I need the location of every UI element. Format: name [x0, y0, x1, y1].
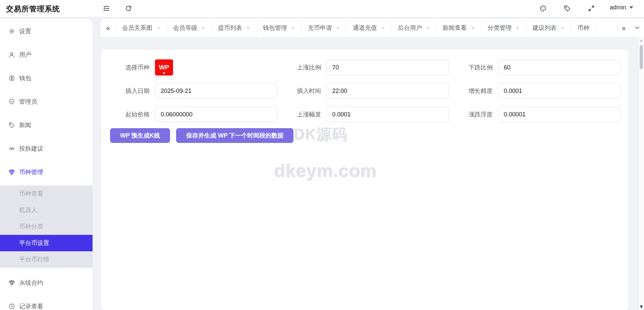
collapse-sidebar-icon[interactable]: [103, 5, 110, 12]
growth-precision-input[interactable]: [498, 83, 621, 99]
start-price-field: 起始价格: [121, 106, 277, 122]
rise-amplitude-field: 上涨幅度: [293, 106, 449, 122]
sidebar-item-records[interactable]: 记录查看: [0, 299, 93, 310]
tab-wallet-management[interactable]: 钱包管理×: [257, 19, 302, 37]
app-title: 交易所管理系统: [6, 4, 60, 14]
tab-member-level[interactable]: 会员等级×: [167, 19, 212, 37]
sidebar-item-perpetual-contract[interactable]: 永续合约: [0, 275, 93, 290]
tab-channel-recharge[interactable]: 通道充值×: [346, 19, 391, 37]
submenu-item-coin-category[interactable]: 币种分类: [0, 218, 93, 235]
tab-deposit-apply[interactable]: 充币申请×: [302, 19, 346, 37]
sidebar-item-news[interactable]: 新闻: [0, 118, 93, 133]
tab-withdraw-list[interactable]: 提币列表×: [212, 19, 257, 37]
coin-select-field: 选择币种 WP: [121, 59, 277, 75]
fall-ratio-input[interactable]: [498, 60, 621, 75]
sidebar-item-users[interactable]: 用户: [0, 47, 93, 62]
username: admin: [610, 4, 626, 11]
save-generate-next-period-button[interactable]: 保存并生成 WP 下一个时间段的数据: [176, 128, 294, 143]
close-icon[interactable]: ×: [247, 25, 250, 31]
scrollbar-thumb[interactable]: [640, 45, 643, 69]
tag-icon[interactable]: [564, 5, 571, 12]
form-actions: WP 预生成K线 保存并生成 WP 下一个时间段的数据: [110, 128, 293, 143]
user-menu[interactable]: admin: [610, 4, 633, 11]
close-icon[interactable]: ×: [471, 25, 475, 31]
pregenerate-kline-button[interactable]: WP 预生成K线: [110, 128, 170, 143]
sidebar-item-settings[interactable]: 设置: [0, 24, 93, 39]
refresh-icon[interactable]: [125, 5, 132, 12]
sidebar-item-suggestions[interactable]: 投拆建议: [0, 141, 93, 156]
clock-icon: [8, 303, 15, 310]
gem-icon: [8, 279, 15, 286]
tabs-dropdown-icon[interactable]: [630, 19, 644, 37]
theme-palette-icon[interactable]: [539, 5, 547, 12]
coin-management-submenu: 币种查看 机器人 币种分类 平台币设置 平台币行情: [0, 186, 93, 268]
close-icon[interactable]: ×: [157, 25, 160, 31]
fullscreen-icon[interactable]: [588, 5, 595, 12]
sidebar-item-coin-management[interactable]: 币种管理: [0, 165, 93, 179]
fluctuation-input[interactable]: [498, 107, 621, 122]
insert-date-input[interactable]: [155, 83, 277, 99]
sidebar-item-wallet[interactable]: 钱包: [0, 71, 93, 86]
close-icon[interactable]: ×: [336, 25, 340, 31]
tab-backend-users[interactable]: 后台用户×: [391, 19, 436, 37]
tab-bar: « 会员关系图× 会员等级× 提币列表× 钱包管理× 充币申请× 通道充值× 后…: [101, 19, 644, 37]
submenu-item-robot[interactable]: 机器人: [0, 202, 93, 218]
watermark-dk: DK源码: [294, 125, 348, 145]
sidebar: 设置 用户 钱包 管理员 新闻 投拆建议 币种管理: [0, 19, 93, 310]
field-label: 选择币种: [121, 63, 150, 71]
insert-date-field: 插入日期: [121, 83, 277, 99]
close-icon[interactable]: ×: [381, 25, 385, 31]
close-icon[interactable]: ×: [426, 25, 430, 31]
tab-coin[interactable]: 币种: [571, 19, 596, 37]
growth-precision-field: 增长精度: [465, 83, 621, 99]
watermark-dkeym: dkeym.com: [274, 160, 377, 181]
dollar-circle-icon: [8, 75, 15, 82]
rise-ratio-field: 上涨比例: [293, 59, 449, 75]
close-icon[interactable]: ×: [202, 25, 205, 31]
submenu-item-platform-coin-market[interactable]: 平台币行情: [0, 251, 93, 268]
rise-amplitude-input[interactable]: [326, 107, 449, 122]
tabs-strip: 会员关系图× 会员等级× 提币列表× 钱包管理× 充币申请× 通道充值× 后台用…: [116, 19, 617, 37]
coin-badge-wp[interactable]: WP: [155, 59, 173, 75]
link-icon: [8, 145, 15, 152]
badge-dot: [163, 72, 165, 74]
user-icon: [8, 51, 15, 58]
rise-ratio-input[interactable]: [326, 60, 449, 75]
scroll-up-arrow-icon[interactable]: ▲: [639, 38, 644, 42]
fall-ratio-field: 下跌比例: [465, 59, 621, 75]
vertical-scrollbar[interactable]: ▲ ▼: [638, 37, 644, 310]
insert-time-field: 插入时间: [293, 83, 449, 99]
gear-icon: [8, 28, 15, 35]
close-icon[interactable]: ×: [291, 25, 295, 31]
tab-suggestion-list[interactable]: 建议列表×: [526, 19, 571, 37]
tabs-scroll-right-icon[interactable]: »: [617, 19, 630, 37]
platform-coin-settings-panel: 选择币种 WP 上涨比例 下跌比例 插入日期 插入时间 增长精度: [101, 50, 628, 310]
sidebar-item-admins[interactable]: 管理员: [0, 94, 93, 109]
insert-time-input[interactable]: [326, 83, 449, 99]
scroll-down-arrow-icon[interactable]: ▼: [639, 304, 644, 309]
tab-category-management[interactable]: 分类管理×: [481, 19, 526, 37]
settings-form: 选择币种 WP 上涨比例 下跌比例 插入日期 插入时间 增长精度: [101, 50, 628, 122]
start-price-input[interactable]: [155, 107, 277, 122]
tabs-scroll-left-icon[interactable]: «: [101, 19, 116, 37]
submenu-item-platform-coin-settings[interactable]: 平台币设置: [0, 235, 93, 251]
submenu-item-coin-view[interactable]: 币种查看: [0, 186, 93, 202]
shield-check-icon: [8, 98, 15, 105]
gem-icon: [8, 169, 15, 175]
tag-icon: [8, 122, 15, 128]
top-header: 交易所管理系统 admin: [0, 0, 644, 17]
close-icon[interactable]: ×: [516, 25, 520, 31]
close-icon[interactable]: ×: [561, 25, 564, 31]
fluctuation-field: 涨跌浮度: [465, 106, 621, 122]
tab-news-view[interactable]: 新闻查看×: [436, 19, 481, 37]
tab-member-relation[interactable]: 会员关系图×: [116, 19, 167, 37]
chevron-down-icon: [629, 6, 633, 9]
